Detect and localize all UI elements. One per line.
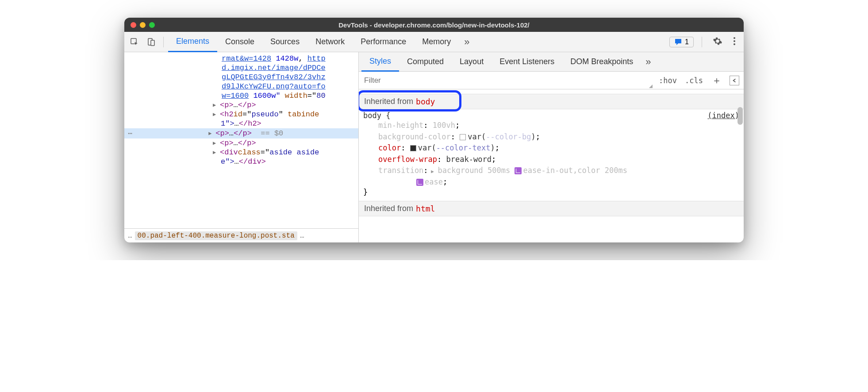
declaration-background-color[interactable]: background-color: var(--color-bg); xyxy=(363,131,739,143)
more-menu-icon[interactable] xyxy=(730,36,738,48)
subtab-event-listeners[interactable]: Event Listeners xyxy=(492,52,562,72)
more-subtabs-icon[interactable]: » xyxy=(641,56,655,68)
dom-text-line[interactable]: d9lJKcYw2FU.png?auto=fo xyxy=(124,82,358,91)
svg-rect-2 xyxy=(151,40,154,46)
main-toolbar: Elements Console Sources Network Perform… xyxy=(124,32,744,52)
styles-subtabs: Styles Computed Layout Event Listeners D… xyxy=(359,52,744,72)
dom-text-line[interactable]: d.imgix.net/image/dPDCe xyxy=(124,63,358,73)
expand-triangle-icon[interactable]: ▶ xyxy=(213,149,219,156)
declaration-overflow-wrap[interactable]: overflow-wrap: break-word; xyxy=(363,154,739,165)
breadcrumb[interactable]: … 00.pad-left-400.measure-long.post.sta … xyxy=(124,228,358,242)
expand-shorthand-icon[interactable]: ▶ xyxy=(428,169,437,174)
crumb-ellipsis[interactable]: … xyxy=(300,232,304,240)
color-swatch-icon[interactable] xyxy=(410,145,416,151)
inherited-from-header[interactable]: Inherited from body xyxy=(359,94,744,109)
svg-point-3 xyxy=(734,37,735,39)
tab-network[interactable]: Network xyxy=(307,32,353,52)
declaration-color[interactable]: color: var(--color-text); xyxy=(363,142,739,154)
inherited-from-header[interactable]: Inherited from html xyxy=(359,201,744,216)
expand-triangle-icon[interactable]: ▶ xyxy=(213,140,219,146)
issues-count: 1 xyxy=(685,38,689,46)
easing-swatch-icon[interactable] xyxy=(515,167,522,174)
dom-node-div[interactable]: ▶<div class="aside aside xyxy=(124,148,358,157)
dom-node-p[interactable]: ▶<p>…</p> xyxy=(124,100,358,110)
device-toolbar-icon[interactable] xyxy=(144,38,159,46)
dom-node-div-cont[interactable]: e">…</div> xyxy=(124,157,358,166)
computed-toggle-icon[interactable] xyxy=(730,76,739,85)
dom-tree[interactable]: rmat&w=1428 1428w, http d.imgix.net/imag… xyxy=(124,52,358,228)
scrollbar-track[interactable] xyxy=(737,89,744,242)
filter-toggles: :hov .cls ＋ xyxy=(653,74,744,87)
scrollbar-thumb[interactable] xyxy=(737,107,743,125)
main-area: rmat&w=1428 1428w, http d.imgix.net/imag… xyxy=(124,52,744,242)
separator xyxy=(163,37,164,47)
more-tabs-icon[interactable]: » xyxy=(459,36,475,48)
easing-swatch-icon[interactable] xyxy=(416,179,423,186)
rule-source-link[interactable]: (index) xyxy=(707,111,739,120)
separator xyxy=(702,37,702,47)
expand-triangle-icon[interactable]: ▶ xyxy=(213,111,219,118)
subtab-dom-breakpoints[interactable]: DOM Breakpoints xyxy=(562,52,641,72)
titlebar: DevTools - developer.chrome.com/blog/new… xyxy=(124,18,744,32)
elements-pane: rmat&w=1428 1428w, http d.imgix.net/imag… xyxy=(124,52,359,242)
tab-console[interactable]: Console xyxy=(217,32,262,52)
tab-sources[interactable]: Sources xyxy=(262,32,307,52)
declaration-transition-cont[interactable]: ease; xyxy=(363,177,739,188)
expand-triangle-icon[interactable]: ▶ xyxy=(208,130,215,137)
dom-node-h2-cont[interactable]: 1">…</h2> xyxy=(124,119,358,128)
inherited-selector[interactable]: html xyxy=(416,204,435,213)
window-title: DevTools - developer.chrome.com/blog/new… xyxy=(124,21,744,29)
tab-elements[interactable]: Elements xyxy=(168,32,217,52)
rule-header: body { (index) xyxy=(363,111,739,120)
dom-node-p-selected[interactable]: ⋯ ▶<p>…</p> == $0 xyxy=(124,128,358,138)
resize-corner-icon[interactable] xyxy=(649,85,653,88)
crumb-ellipsis[interactable]: … xyxy=(128,232,132,240)
tab-performance[interactable]: Performance xyxy=(353,32,414,52)
styles-pane: Styles Computed Layout Event Listeners D… xyxy=(359,52,744,242)
panel-tabs: Elements Console Sources Network Perform… xyxy=(168,32,668,52)
styles-filter-input[interactable] xyxy=(359,72,463,89)
subtab-styles[interactable]: Styles xyxy=(361,52,399,72)
new-style-rule-icon[interactable]: ＋ xyxy=(707,74,726,87)
filter-row: :hov .cls ＋ xyxy=(359,72,744,89)
dom-text-line[interactable]: gLQPGtEG3y0fTn4v82/3vhz xyxy=(124,73,358,82)
gutter-ellipsis-icon[interactable]: ⋯ xyxy=(124,129,136,138)
filter-wrap xyxy=(359,72,653,89)
declaration-transition[interactable]: transition: ▶ background 500ms ease-in-o… xyxy=(363,165,739,177)
rule-close-brace: } xyxy=(363,188,739,196)
devtools-window: DevTools - developer.chrome.com/blog/new… xyxy=(124,18,744,242)
styles-body[interactable]: Inherited from body body { (index) min-h… xyxy=(359,89,744,242)
tab-memory[interactable]: Memory xyxy=(414,32,459,52)
dom-node-p[interactable]: ▶<p>…</p> xyxy=(124,138,358,148)
minimize-window-button[interactable] xyxy=(140,22,146,28)
dom-node-h2[interactable]: ▶<h2 id="pseudo" tabinde xyxy=(124,110,358,119)
svg-point-4 xyxy=(734,40,735,42)
css-rule[interactable]: body { (index) min-height: 100vh; backgr… xyxy=(359,109,744,198)
toolbar-right: 1 xyxy=(669,36,741,48)
close-window-button[interactable] xyxy=(131,22,136,28)
rule-selector[interactable]: body { xyxy=(363,111,390,120)
expand-triangle-icon[interactable]: ▶ xyxy=(213,102,219,108)
dom-text-line[interactable]: w=1600 1600w" width="80 xyxy=(124,91,358,100)
subtab-layout[interactable]: Layout xyxy=(452,52,492,72)
dom-text-line[interactable]: rmat&w=1428 1428w, http xyxy=(124,54,358,63)
window-controls xyxy=(131,22,155,28)
crumb-item[interactable]: 00.pad-left-400.measure-long.post.sta xyxy=(135,231,297,240)
maximize-window-button[interactable] xyxy=(149,22,155,28)
cls-toggle[interactable]: .cls xyxy=(681,74,707,87)
inherited-selector[interactable]: body xyxy=(416,97,435,106)
settings-gear-icon[interactable] xyxy=(710,36,725,48)
svg-point-5 xyxy=(734,43,735,45)
color-swatch-icon[interactable] xyxy=(460,134,466,140)
inspect-element-icon[interactable] xyxy=(127,38,142,46)
declaration-min-height[interactable]: min-height: 100vh; xyxy=(363,120,739,131)
issues-badge[interactable]: 1 xyxy=(669,37,694,47)
subtab-computed[interactable]: Computed xyxy=(399,52,452,72)
hov-toggle[interactable]: :hov xyxy=(655,74,680,87)
